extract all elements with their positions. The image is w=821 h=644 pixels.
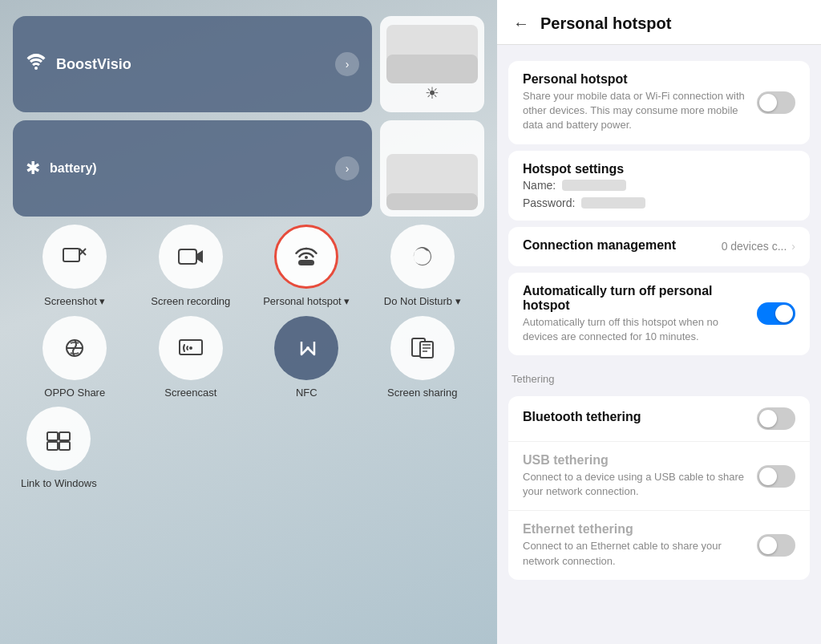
auto-off-row: Automatically turn off personal hotspot … [508, 273, 810, 355]
screencast-label: Screencast [164, 387, 216, 399]
hotspot-name-pair: Name: [523, 179, 786, 192]
screen-sharing-label: Screen sharing [387, 387, 457, 399]
ethernet-tethering-left: Ethernet tethering Connect to an Etherne… [523, 522, 757, 568]
screenshot-cell[interactable]: Screenshot ▾ [21, 225, 129, 308]
second-connectivity-row: ✱ battery) › [13, 120, 484, 217]
bluetooth-tethering-row: Bluetooth tethering [508, 396, 810, 442]
hotspot-settings-left: Hotspot settings Name: Password: [523, 162, 795, 209]
nfc-icon-circle [274, 316, 338, 380]
do-not-disturb-cell[interactable]: Do Not Disturb ▾ [369, 225, 477, 308]
screen-sharing-icon-circle [390, 316, 455, 380]
wifi-expand-button[interactable]: › [335, 52, 359, 76]
auto-off-subtitle: Automatically turn off this hotspot when… [523, 315, 747, 344]
auto-off-left: Automatically turn off personal hotspot … [523, 284, 757, 344]
oppo-share-icon-circle [42, 316, 107, 380]
do-not-disturb-icon-circle [390, 225, 455, 289]
icon-grid-row2: OPPO Share Screencast NFC [13, 316, 484, 399]
settings-body: Personal hotspot Share your mobile data … [497, 45, 821, 644]
wifi-tile[interactable]: BoostVisio › [13, 16, 372, 112]
nfc-cell[interactable]: NFC [253, 316, 361, 399]
settings-header: ← Personal hotspot [497, 0, 821, 45]
top-connectivity-tiles: BoostVisio › ☀ [13, 16, 484, 112]
hotspot-settings-card: Hotspot settings Name: Password: [508, 151, 810, 221]
connection-management-right: 0 devices c... › [722, 240, 795, 253]
usb-tethering-knob [759, 468, 777, 485]
screenshot-icon-circle [42, 225, 107, 289]
screen-recording-label: Screen recording [151, 295, 230, 308]
personal-hotspot-row-title: Personal hotspot [523, 72, 747, 87]
back-button[interactable]: ← [513, 14, 529, 33]
usb-tethering-title: USB tethering [523, 453, 747, 468]
screen-recording-icon-circle [159, 225, 223, 289]
personal-hotspot-icon-circle [274, 225, 338, 289]
bluetooth-tethering-knob [759, 410, 777, 427]
bluetooth-tethering-title: Bluetooth tethering [523, 410, 747, 424]
svg-rect-19 [47, 442, 58, 450]
settings-panel: ← Personal hotspot Personal hotspot Shar… [497, 0, 821, 644]
connection-management-row[interactable]: Connection management 0 devices c... › [508, 227, 810, 266]
brightness-fill [386, 55, 478, 83]
screen-recording-cell[interactable]: Screen recording [137, 225, 245, 308]
control-center: BoostVisio › ☀ ✱ battery) › [0, 0, 497, 644]
hotspot-settings-row: Hotspot settings Name: Password: [508, 151, 810, 221]
bluetooth-tile[interactable]: ✱ battery) › [13, 120, 372, 217]
auto-off-title: Automatically turn off personal hotspot [523, 284, 747, 313]
bluetooth-expand-button[interactable]: › [335, 156, 359, 180]
bluetooth-icon: ✱ [26, 158, 40, 179]
volume-bar [386, 154, 478, 210]
ethernet-tethering-title: Ethernet tethering [523, 522, 747, 537]
hotspot-settings-title: Hotspot settings [523, 162, 786, 176]
svg-rect-4 [179, 249, 196, 264]
screen-sharing-cell[interactable]: Screen sharing [369, 316, 477, 399]
connection-count-text: 0 devices c... [722, 240, 787, 253]
hotspot-password-pair: Password: [523, 196, 786, 209]
oppo-share-cell[interactable]: OPPO Share [21, 316, 129, 399]
connection-management-title: Connection management [523, 238, 712, 253]
personal-hotspot-row-subtitle: Share your mobile data or Wi-Fi connecti… [523, 89, 747, 133]
wifi-icon [26, 54, 47, 75]
link-to-windows-cell[interactable]: Link to Windows [21, 407, 97, 490]
connection-management-left: Connection management [523, 238, 722, 255]
settings-panel-title: Personal hotspot [540, 14, 671, 33]
svg-rect-6 [298, 260, 314, 265]
connection-management-card: Connection management 0 devices c... › [508, 227, 810, 266]
single-icon-row: Link to Windows [13, 407, 484, 490]
auto-off-toggle-knob [775, 305, 793, 322]
bluetooth-tethering-toggle[interactable] [757, 407, 795, 430]
bluetooth-tethering-left: Bluetooth tethering [523, 410, 757, 427]
svg-point-7 [305, 256, 308, 259]
ethernet-tethering-knob [759, 537, 777, 554]
svg-rect-14 [420, 342, 433, 358]
do-not-disturb-label: Do Not Disturb ▾ [384, 295, 461, 308]
brightness-tile[interactable]: ☀ [380, 16, 484, 112]
usb-tethering-subtitle: Connect to a device using a USB cable to… [523, 470, 747, 499]
hotspot-name-value [562, 180, 626, 191]
auto-off-toggle[interactable] [757, 302, 795, 325]
svg-rect-20 [59, 432, 70, 440]
svg-point-0 [34, 67, 38, 70]
svg-point-11 [189, 346, 192, 350]
personal-hotspot-cell[interactable]: Personal hotspot ▾ [253, 225, 361, 308]
personal-hotspot-toggle-knob [759, 94, 777, 111]
tethering-section-header: Tethering [497, 362, 821, 390]
personal-hotspot-toggle[interactable] [757, 91, 795, 114]
hotspot-name-label: Name: [523, 179, 556, 192]
svg-rect-1 [63, 249, 79, 261]
ethernet-tethering-toggle[interactable] [757, 534, 795, 557]
personal-hotspot-card: Personal hotspot Share your mobile data … [508, 61, 810, 144]
brightness-volume-tiles: ☀ [380, 16, 484, 112]
icon-grid-row1: Screenshot ▾ Screen recording [13, 225, 484, 308]
brightness-icon: ☀ [425, 83, 439, 103]
link-to-windows-label: Link to Windows [21, 477, 97, 490]
usb-tethering-toggle[interactable] [757, 465, 795, 488]
svg-rect-21 [59, 442, 70, 450]
wifi-ssid: BoostVisio [56, 56, 326, 73]
hotspot-password-value [581, 197, 645, 209]
ethernet-tethering-row: Ethernet tethering Connect to an Etherne… [508, 511, 810, 579]
tethering-card: Bluetooth tethering USB tethering Connec… [508, 396, 810, 580]
usb-tethering-row: USB tethering Connect to a device using … [508, 442, 810, 511]
volume-tile[interactable] [380, 120, 484, 217]
screencast-cell[interactable]: Screencast [137, 316, 245, 399]
oppo-share-label: OPPO Share [44, 387, 105, 399]
ethernet-tethering-subtitle: Connect to an Ethernet cable to share yo… [523, 539, 747, 568]
